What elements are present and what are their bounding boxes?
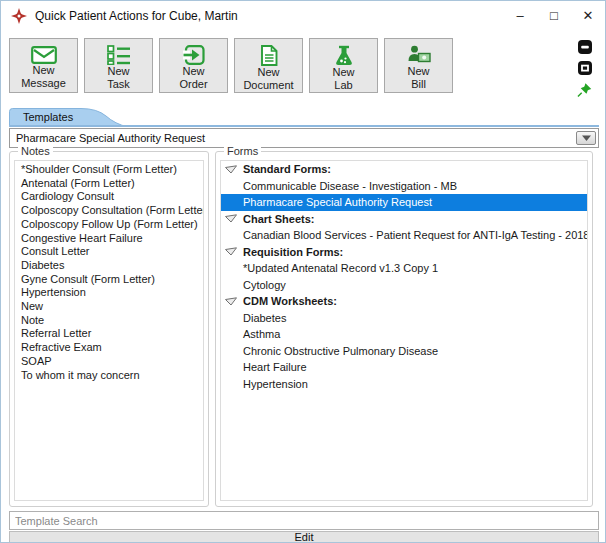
maximize-button[interactable]: □	[537, 3, 571, 29]
template-search-input[interactable]	[9, 511, 599, 530]
new-message-label: New Message	[21, 64, 66, 89]
notes-groupbox-label: Notes	[18, 145, 53, 157]
app-logo-icon	[11, 8, 27, 24]
document-icon	[260, 45, 278, 66]
new-order-label: New Order	[179, 65, 207, 90]
template-combobox[interactable]: Pharmacare Special Authority Request	[9, 128, 599, 148]
note-item[interactable]: Referral Letter	[15, 327, 203, 341]
expander-icon	[225, 214, 237, 223]
close-button[interactable]: ✕	[571, 3, 605, 29]
tree-item[interactable]: Chronic Obstructive Pulmonary Disease	[221, 343, 587, 360]
note-item[interactable]: Cardiology Consult	[15, 190, 203, 204]
toolbar: New Message New Task	[9, 38, 453, 93]
title-bar: Quick Patient Actions for Cube, Martin –…	[1, 1, 605, 30]
tab-underline	[9, 125, 599, 127]
tree-item[interactable]: Canadian Blood Services - Patient Reques…	[221, 227, 587, 244]
tree-item[interactable]: Cytology	[221, 277, 587, 294]
expander-icon	[225, 247, 237, 256]
note-item[interactable]: To whom it may concern	[15, 369, 203, 383]
note-item[interactable]: Gyne Consult (Form Letter)	[15, 273, 203, 287]
new-lab-label: New Lab	[332, 66, 354, 91]
note-item[interactable]: Diabetes	[15, 259, 203, 273]
note-item[interactable]: *Shoulder Consult (Form Letter)	[15, 163, 203, 177]
note-item[interactable]: SOAP	[15, 355, 203, 369]
note-item[interactable]: Hypertension	[15, 286, 203, 300]
notes-list: *Shoulder Consult (Form Letter)Antenatal…	[14, 160, 204, 501]
note-item[interactable]: Note	[15, 314, 203, 328]
lab-flask-icon	[333, 45, 355, 66]
tree-item[interactable]: Hypertension	[221, 376, 587, 393]
note-item[interactable]: Congestive Heart Failure	[15, 232, 203, 246]
note-item[interactable]: Colposcopy Consultation (Form Letter)	[15, 204, 203, 218]
expander-icon	[225, 297, 237, 306]
tree-section-header[interactable]: Requisition Forms:	[221, 244, 587, 261]
chevron-down-icon	[582, 135, 591, 141]
edit-button[interactable]: Edit	[9, 531, 599, 543]
tree-section-header[interactable]: Chart Sheets:	[221, 211, 587, 228]
window-title: Quick Patient Actions for Cube, Martin	[35, 9, 238, 23]
note-item[interactable]: Consult Letter	[15, 245, 203, 259]
tree-item[interactable]: *Updated Antenatal Record v1.3 Copy 1	[221, 260, 587, 277]
tree-item[interactable]: Asthma	[221, 326, 587, 343]
new-lab-button[interactable]: New Lab	[309, 38, 378, 93]
note-item[interactable]: Antenatal (Form Letter)	[15, 177, 203, 191]
notes-groupbox: Notes *Shoulder Consult (Form Letter)Ant…	[9, 151, 209, 507]
tree-section-header[interactable]: CDM Worksheets:	[221, 293, 587, 310]
new-task-button[interactable]: New Task	[84, 38, 153, 93]
order-arrow-icon	[183, 45, 205, 65]
new-task-label: New Task	[107, 65, 130, 90]
tree-item[interactable]: Pharmacare Special Authority Request	[221, 194, 587, 211]
quick-patient-actions-window: Quick Patient Actions for Cube, Martin –…	[0, 0, 606, 543]
new-bill-button[interactable]: New Bill	[384, 38, 453, 93]
expander-icon	[225, 165, 237, 174]
new-order-button[interactable]: New Order	[159, 38, 228, 93]
template-combobox-value: Pharmacare Special Authority Request	[16, 129, 572, 147]
new-bill-label: New Bill	[407, 65, 429, 90]
template-combobox-dropdown-button[interactable]	[576, 131, 596, 145]
bill-person-icon	[407, 45, 431, 65]
new-document-label: New Document	[243, 66, 293, 91]
tree-item[interactable]: Communicable Disease - Investigation - M…	[221, 178, 587, 195]
minimize-panel-icon[interactable]	[578, 40, 592, 54]
note-item[interactable]: New	[15, 300, 203, 314]
restore-panel-icon[interactable]	[578, 61, 592, 75]
envelope-icon	[31, 45, 57, 64]
forms-tree: Standard Forms:Communicable Disease - In…	[220, 160, 588, 501]
tree-item[interactable]: Diabetes	[221, 310, 587, 327]
tab-templates-label: Templates	[23, 111, 73, 123]
note-item[interactable]: Refractive Exam	[15, 341, 203, 355]
note-item[interactable]: Colposcopy Follow Up (Form Letter)	[15, 218, 203, 232]
forms-groupbox-label: Forms	[224, 145, 261, 157]
new-message-button[interactable]: New Message	[9, 38, 78, 93]
minimize-button[interactable]: –	[503, 3, 537, 29]
side-icon-column	[577, 40, 592, 98]
tree-section-header[interactable]: Standard Forms:	[221, 161, 587, 178]
new-document-button[interactable]: New Document	[234, 38, 303, 93]
tree-item[interactable]: Heart Failure	[221, 359, 587, 376]
forms-groupbox: Forms Standard Forms:Communicable Diseas…	[215, 151, 593, 507]
pin-icon[interactable]	[577, 82, 592, 98]
task-list-icon	[107, 45, 131, 65]
